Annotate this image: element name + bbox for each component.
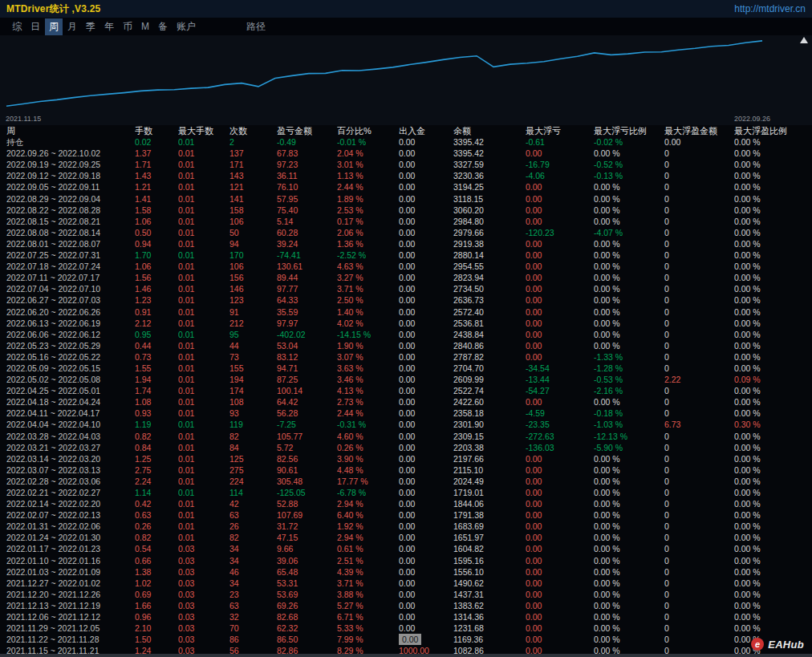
- table-row[interactable]: 2022.08.15 ~ 2022.08.211.060.011065.140.…: [0, 216, 812, 227]
- value-cell: 0.01: [178, 431, 229, 442]
- value-cell: 0.00: [399, 329, 453, 340]
- website-link[interactable]: http://mtdriver.cn: [734, 3, 806, 14]
- table-row[interactable]: 2022.05.23 ~ 2022.05.290.440.014453.041.…: [0, 340, 812, 351]
- table-row[interactable]: 2021.12.27 ~ 2022.01.021.020.033453.313.…: [0, 578, 812, 589]
- value-cell: 0.01: [178, 272, 229, 283]
- value-cell: 0.00: [526, 487, 594, 498]
- table-row[interactable]: 2022.06.06 ~ 2022.06.120.950.0195-402.02…: [0, 329, 812, 340]
- value-cell: 0.01: [178, 464, 229, 476]
- table-row[interactable]: 2022.07.04 ~ 2022.07.101.460.0114697.773…: [0, 283, 812, 294]
- table-row[interactable]: 2021.11.29 ~ 2021.12.052.100.037062.325.…: [0, 623, 812, 634]
- value-cell: 1.43: [135, 170, 178, 181]
- value-cell: 1231.68: [453, 623, 526, 634]
- column-header: 最大浮亏: [526, 125, 594, 136]
- value-cell: 0.00 %: [594, 261, 664, 272]
- eahub-logo[interactable]: e EAHub: [751, 638, 804, 651]
- table-row[interactable]: 2022.01.10 ~ 2022.01.160.660.033439.062.…: [0, 555, 812, 566]
- table-row[interactable]: 2022.02.14 ~ 2022.02.200.420.014252.882.…: [0, 498, 812, 509]
- menu-item-币[interactable]: 币: [119, 18, 136, 35]
- menu-item-季[interactable]: 季: [82, 18, 99, 35]
- table-row[interactable]: 2022.04.18 ~ 2022.04.241.080.0110864.422…: [0, 396, 812, 408]
- table-row[interactable]: 2022.07.18 ~ 2022.07.241.060.01106130.61…: [0, 261, 812, 272]
- value-cell: 0.00 %: [734, 148, 812, 159]
- menu-item-周[interactable]: 周: [45, 18, 63, 35]
- value-cell: 0.01: [178, 216, 229, 227]
- table-row[interactable]: 2022.08.01 ~ 2022.08.070.940.019439.241.…: [0, 238, 812, 249]
- table-row[interactable]: 持仓0.020.012-0.49-0.01 %0.003395.42-0.61-…: [0, 136, 812, 148]
- table-row[interactable]: 2022.07.11 ~ 2022.07.171.560.0115689.443…: [0, 272, 812, 283]
- table-row[interactable]: 2022.08.08 ~ 2022.08.140.500.015060.282.…: [0, 227, 812, 238]
- week-range-cell: 2022.05.09 ~ 2022.05.15: [6, 363, 135, 374]
- table-row[interactable]: 2022.02.28 ~ 2022.03.062.240.01224305.48…: [0, 476, 812, 487]
- table-row[interactable]: 2022.08.29 ~ 2022.09.041.410.0114157.951…: [0, 193, 812, 205]
- eahub-logo-text: EAHub: [768, 639, 804, 651]
- value-cell: 0.17 %: [337, 216, 399, 227]
- table-row[interactable]: 2022.01.03 ~ 2022.01.091.380.034665.484.…: [0, 566, 812, 578]
- value-cell: 2954.55: [453, 261, 526, 272]
- table-row[interactable]: 2022.04.04 ~ 2022.04.101.190.01119-7.25-…: [0, 419, 812, 430]
- table-row[interactable]: 2021.12.13 ~ 2021.12.191.660.036369.265.…: [0, 600, 812, 611]
- value-cell: 0: [664, 566, 734, 578]
- value-cell: 62.32: [277, 623, 337, 634]
- menu-item-综[interactable]: 综: [8, 18, 26, 35]
- value-cell: 2919.38: [453, 238, 526, 249]
- value-cell: 2.75: [135, 464, 178, 476]
- value-cell: 4.13 %: [337, 385, 399, 396]
- table-row[interactable]: 2022.01.24 ~ 2022.01.300.820.018247.152.…: [0, 532, 812, 543]
- menu-item-备[interactable]: 备: [154, 18, 172, 35]
- table-row[interactable]: 2022.02.21 ~ 2022.02.271.140.01114-125.0…: [0, 487, 812, 498]
- table-row[interactable]: 2022.04.11 ~ 2022.04.170.930.019356.282.…: [0, 408, 812, 419]
- value-cell: 137: [229, 148, 277, 159]
- table-row[interactable]: 2022.05.02 ~ 2022.05.081.940.0119487.253…: [0, 374, 812, 385]
- value-cell: 100.14: [277, 385, 337, 396]
- table-row[interactable]: 2022.02.07 ~ 2022.02.130.630.0163107.696…: [0, 509, 812, 521]
- table-row[interactable]: 2022.09.26 ~ 2022.10.021.370.0113767.832…: [0, 148, 812, 159]
- table-row[interactable]: 2022.08.22 ~ 2022.08.281.580.0115875.402…: [0, 205, 812, 216]
- value-cell: 2840.86: [453, 340, 526, 351]
- value-cell: 0.50: [135, 227, 178, 238]
- table-row[interactable]: 2022.09.12 ~ 2022.09.181.430.0114336.111…: [0, 170, 812, 181]
- value-cell: 0.00 %: [594, 476, 664, 487]
- menu-item-日[interactable]: 日: [26, 18, 44, 35]
- table-row[interactable]: 2021.12.20 ~ 2021.12.260.690.032353.693.…: [0, 589, 812, 600]
- table-row[interactable]: 2022.03.07 ~ 2022.03.132.750.0127590.614…: [0, 464, 812, 476]
- menu-item-年[interactable]: 年: [100, 18, 118, 35]
- value-cell: -136.03: [526, 442, 594, 453]
- table-row[interactable]: 2022.05.16 ~ 2022.05.220.730.017383.123.…: [0, 351, 812, 363]
- table-row[interactable]: 2022.04.25 ~ 2022.05.011.740.01174100.14…: [0, 385, 812, 396]
- app-title: MTDriver统计 ,V3.25: [6, 2, 100, 16]
- value-cell: 158: [229, 205, 277, 216]
- value-cell: 0.00: [526, 181, 594, 193]
- value-cell: -402.02: [277, 329, 337, 340]
- table-row[interactable]: 2022.09.05 ~ 2022.09.111.210.0112176.102…: [0, 181, 812, 193]
- value-cell: 0.00: [399, 498, 453, 509]
- horizontal-scrollbar[interactable]: [0, 654, 812, 657]
- table-row[interactable]: 2022.03.14 ~ 2022.03.201.250.0112582.563…: [0, 453, 812, 464]
- selected-cell-highlight[interactable]: 0.00: [399, 634, 421, 645]
- menu-item-M[interactable]: M: [137, 19, 153, 34]
- table-row[interactable]: 2022.07.25 ~ 2022.07.311.700.01170-74.41…: [0, 249, 812, 261]
- value-cell: 0.01: [178, 396, 229, 408]
- table-row[interactable]: 2021.11.22 ~ 2021.11.281.500.038686.507.…: [0, 634, 812, 645]
- table-row[interactable]: 2022.06.20 ~ 2022.06.260.910.019135.591.…: [0, 306, 812, 318]
- table-row[interactable]: 2022.06.13 ~ 2022.06.192.120.0121297.974…: [0, 318, 812, 329]
- week-range-cell: 2022.03.28 ~ 2022.04.03: [6, 431, 135, 442]
- week-range-cell: 2021.11.29 ~ 2021.12.05: [6, 623, 135, 634]
- table-row[interactable]: 2022.06.27 ~ 2022.07.031.230.0112364.332…: [0, 294, 812, 306]
- table-row[interactable]: 2022.05.09 ~ 2022.05.151.550.0115594.713…: [0, 363, 812, 374]
- table-row[interactable]: 2022.03.21 ~ 2022.03.270.840.01845.720.2…: [0, 442, 812, 453]
- menu-item-路径[interactable]: 路径: [242, 18, 270, 35]
- scroll-up-arrow-icon[interactable]: [800, 37, 808, 43]
- value-cell: 0: [664, 227, 734, 238]
- table-row[interactable]: 2022.03.28 ~ 2022.04.030.820.0182105.774…: [0, 431, 812, 442]
- table-row[interactable]: 2022.01.31 ~ 2022.02.060.260.012631.721.…: [0, 521, 812, 532]
- menu-item-月[interactable]: 月: [63, 18, 81, 35]
- value-cell: 1.94: [135, 374, 178, 385]
- table-row[interactable]: 2022.01.17 ~ 2022.01.230.540.03349.660.6…: [0, 543, 812, 554]
- value-cell: 0.00 %: [734, 170, 812, 181]
- value-cell: 0: [664, 578, 734, 589]
- value-cell: 3.90 %: [337, 453, 399, 464]
- menu-item-账户[interactable]: 账户: [173, 18, 200, 35]
- table-row[interactable]: 2021.12.06 ~ 2021.12.120.960.033282.686.…: [0, 611, 812, 623]
- table-row[interactable]: 2022.09.19 ~ 2022.09.251.710.0117197.233…: [0, 159, 812, 170]
